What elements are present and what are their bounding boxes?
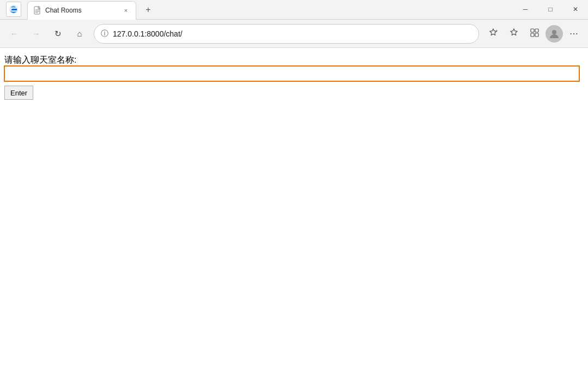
collections-button[interactable] — [525, 24, 544, 44]
tab-bar: Chat Rooms × + ─ □ ✕ — [0, 0, 588, 20]
back-icon: ← — [10, 29, 19, 38]
edge-logo — [6, 2, 21, 17]
svg-rect-8 — [535, 33, 538, 37]
svg-rect-7 — [531, 33, 534, 37]
more-icon: ⋯ — [569, 28, 578, 39]
edge-logo-icon — [9, 4, 19, 14]
window-controls: ─ □ ✕ — [513, 0, 588, 19]
address-bar[interactable]: ⓘ 127.0.0.1:8000/chat/ — [94, 24, 479, 44]
enter-button[interactable]: Enter — [4, 86, 33, 100]
browser-chrome: Chat Rooms × + ─ □ ✕ ← → ↻ ⌂ ⓘ 127.0.0.1… — [0, 0, 588, 48]
forward-button[interactable]: → — [26, 24, 46, 44]
svg-text:+: + — [495, 28, 498, 33]
toolbar-right: + — [483, 24, 584, 44]
tab-close-button[interactable]: × — [120, 5, 131, 16]
svg-point-9 — [552, 30, 556, 34]
room-name-label: 请输入聊天室名称: — [4, 55, 76, 64]
edge-icon-area — [0, 0, 27, 19]
add-favorites-icon: + — [488, 28, 498, 40]
close-button[interactable]: ✕ — [563, 0, 588, 19]
tab-title: Chat Rooms — [45, 7, 118, 14]
toolbar: ← → ↻ ⌂ ⓘ 127.0.0.1:8000/chat/ + — [0, 20, 588, 48]
room-name-input[interactable] — [4, 66, 579, 81]
back-button[interactable]: ← — [4, 24, 24, 44]
tab-favicon — [33, 6, 42, 15]
minimize-button[interactable]: ─ — [513, 0, 538, 19]
new-tab-button[interactable]: + — [138, 1, 158, 19]
more-button[interactable]: ⋯ — [564, 24, 584, 44]
refresh-button[interactable]: ↻ — [48, 24, 68, 44]
svg-rect-6 — [535, 29, 538, 32]
maximize-button[interactable]: □ — [538, 0, 563, 19]
address-text: 127.0.0.1:8000/chat/ — [113, 29, 472, 38]
collections-icon — [530, 28, 539, 40]
active-tab[interactable]: Chat Rooms × — [27, 1, 136, 20]
add-favorites-button[interactable]: + — [483, 24, 503, 44]
profile-icon — [548, 27, 561, 40]
file-icon — [34, 6, 41, 15]
home-icon: ⌂ — [77, 29, 82, 38]
profile-button[interactable] — [545, 25, 563, 43]
info-icon: ⓘ — [101, 29, 108, 39]
favorites-button[interactable] — [504, 24, 524, 44]
refresh-icon: ↻ — [54, 29, 62, 39]
svg-rect-5 — [531, 29, 534, 32]
page-content: 请输入聊天室名称: Enter — [0, 48, 588, 379]
home-button[interactable]: ⌂ — [70, 24, 89, 44]
favorites-icon — [509, 28, 519, 40]
forward-icon: → — [32, 29, 40, 38]
